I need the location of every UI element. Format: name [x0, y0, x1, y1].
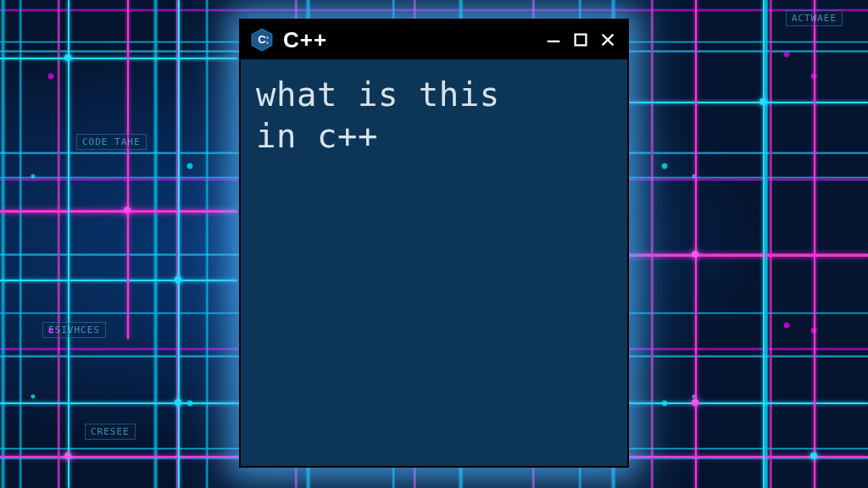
minimize-button[interactable] [542, 29, 565, 51]
terminal-line-1: what is this [256, 75, 500, 114]
window-controls [542, 29, 619, 51]
bg-chip-label: ACTWAEE [786, 10, 843, 26]
bg-chip-label: CRESEE [85, 424, 136, 440]
window-title: C++ [283, 27, 327, 53]
svg-text:+: + [266, 40, 269, 45]
bg-chip-label: CODE TAHE [76, 134, 147, 150]
window-titlebar[interactable]: C + + C++ [241, 20, 627, 59]
terminal-window: C + + C++ what is this in c++ [239, 19, 629, 468]
svg-text:+: + [266, 35, 269, 40]
terminal-line-2: in c++ [256, 117, 378, 155]
close-button[interactable] [597, 29, 619, 51]
terminal-body[interactable]: what is this in c++ [241, 59, 627, 466]
cpp-hex-icon: C + + [249, 27, 275, 53]
bg-chip-label: ESIVHCES [42, 322, 106, 338]
svg-rect-5 [576, 35, 587, 46]
maximize-button[interactable] [570, 29, 592, 51]
svg-text:C: C [258, 33, 266, 46]
